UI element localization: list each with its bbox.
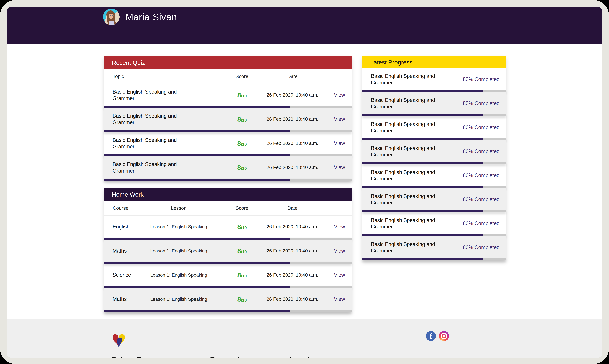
quiz-row-block: Basic English Speaking and Grammer 8/10 … bbox=[104, 108, 351, 132]
column-date: Date bbox=[261, 74, 324, 79]
column-lesson: Lesson bbox=[146, 205, 211, 211]
view-link[interactable]: View bbox=[334, 140, 345, 146]
column-score: Score bbox=[228, 205, 256, 211]
quiz-date: 26 Feb 2020, 10:40 a.m. bbox=[261, 165, 324, 170]
progress-bar bbox=[362, 234, 506, 236]
instagram-icon[interactable] bbox=[439, 331, 449, 341]
progress-status: 80% Completed bbox=[463, 124, 500, 130]
instagram-lens bbox=[443, 335, 445, 337]
progress-course-name: Basic English Speaking and Grammer bbox=[371, 241, 440, 254]
progress-item-block: Basic English Speaking and Grammer 80% C… bbox=[362, 212, 506, 236]
list-item: Basic English Speaking and Grammer 80% C… bbox=[362, 212, 506, 234]
quiz-row-block: Basic English Speaking and Grammer 8/10 … bbox=[104, 84, 351, 108]
footer: f Future Envision Connect Legal bbox=[7, 319, 602, 358]
recent-quiz-column-headers: Topic Score Date bbox=[104, 69, 351, 84]
list-item: Basic English Speaking and Grammer 80% C… bbox=[362, 164, 506, 186]
list-item: Basic English Speaking and Grammer 80% C… bbox=[362, 92, 506, 115]
progress-item-block: Basic English Speaking and Grammer 80% C… bbox=[362, 68, 506, 92]
progress-bar bbox=[362, 162, 506, 164]
view-link[interactable]: View bbox=[334, 92, 345, 98]
homework-row-block: Science Leason 1: English Speaking 8/10 … bbox=[104, 264, 351, 288]
progress-status: 80% Completed bbox=[463, 100, 500, 106]
footer-heading-connect: Connect bbox=[210, 355, 240, 358]
homework-progress-bar bbox=[104, 286, 351, 288]
homework-column-headers: Course Lesson Score Date bbox=[104, 201, 351, 216]
view-link[interactable]: View bbox=[334, 224, 345, 230]
quiz-topic: Basic English Speaking and Grammer bbox=[113, 89, 184, 102]
facebook-icon[interactable]: f bbox=[426, 331, 436, 341]
table-row: Basic English Speaking and Grammer 8/10 … bbox=[104, 132, 351, 154]
column-course: Course bbox=[113, 205, 129, 211]
homework-course: Science bbox=[113, 272, 131, 278]
list-item: Basic English Speaking and Grammer 80% C… bbox=[362, 68, 506, 91]
homework-row-block: English Leason 1: English Speaking 8/10 … bbox=[104, 216, 351, 240]
avatar-image bbox=[103, 9, 120, 25]
view-link[interactable]: View bbox=[334, 296, 345, 302]
progress-status: 80% Completed bbox=[463, 220, 500, 226]
progress-status: 80% Completed bbox=[463, 148, 500, 154]
recent-quiz-panel: Recent Quiz Topic Score Date Basic Engli… bbox=[104, 56, 351, 181]
latest-progress-inner: Latest Progress Basic English Speaking a… bbox=[362, 56, 506, 260]
progress-fill bbox=[362, 210, 483, 212]
progress-item-block: Basic English Speaking and Grammer 80% C… bbox=[362, 140, 506, 164]
progress-item-block: Basic English Speaking and Grammer 80% C… bbox=[362, 164, 506, 188]
progress-course-name: Basic English Speaking and Grammer bbox=[371, 193, 440, 206]
quiz-row-block: Basic English Speaking and Grammer 8/10 … bbox=[104, 156, 351, 181]
homework-score: 8/10 bbox=[228, 271, 256, 279]
progress-course-name: Basic English Speaking and Grammer bbox=[371, 97, 440, 110]
view-link[interactable]: View bbox=[334, 272, 345, 278]
homework-row-block: Maths Leason 1: English Speaking 8/10 26… bbox=[104, 288, 351, 312]
column-topic: Topic bbox=[113, 74, 124, 79]
homework-course: English bbox=[113, 224, 130, 230]
homework-lesson: Leason 1: English Speaking bbox=[146, 224, 211, 229]
progress-bar bbox=[362, 115, 506, 116]
quiz-topic: Basic English Speaking and Grammer bbox=[113, 161, 184, 174]
progress-fill bbox=[362, 259, 483, 260]
homework-progress-fill bbox=[104, 238, 290, 240]
quiz-progress-fill bbox=[104, 106, 290, 108]
list-item: Basic English Speaking and Grammer 80% C… bbox=[362, 236, 506, 259]
homework-date: 26 Feb 2020, 10:40 a.m. bbox=[261, 224, 324, 229]
progress-bar bbox=[362, 210, 506, 212]
quiz-progress-bar bbox=[104, 154, 351, 156]
progress-course-name: Basic English Speaking and Grammer bbox=[371, 217, 440, 230]
homework-course: Maths bbox=[113, 248, 127, 254]
progress-status: 80% Completed bbox=[463, 244, 500, 250]
social-links: f bbox=[426, 331, 449, 341]
quiz-row-block: Basic English Speaking and Grammer 8/10 … bbox=[104, 132, 351, 156]
homework-course: Maths bbox=[113, 296, 127, 302]
progress-course-name: Basic English Speaking and Grammer bbox=[371, 145, 440, 158]
progress-course-name: Basic English Speaking and Grammer bbox=[371, 73, 440, 86]
table-row: English Leason 1: English Speaking 8/10 … bbox=[104, 216, 351, 238]
latest-progress-title: Latest Progress bbox=[362, 56, 506, 68]
left-column: Recent Quiz Topic Score Date Basic Engli… bbox=[104, 56, 351, 312]
progress-fill bbox=[362, 138, 483, 140]
progress-fill bbox=[362, 234, 483, 236]
progress-bar bbox=[362, 186, 506, 188]
progress-course-name: Basic English Speaking and Grammer bbox=[371, 169, 440, 182]
brand-heart-logo bbox=[112, 333, 126, 348]
footer-heading-legal: Legal bbox=[290, 355, 309, 358]
progress-item-block: Basic English Speaking and Grammer 80% C… bbox=[362, 188, 506, 212]
quiz-topic: Basic English Speaking and Grammer bbox=[113, 113, 184, 126]
footer-heading-brand: Future Envision bbox=[111, 355, 168, 358]
homework-lesson: Leason 1: English Speaking bbox=[146, 297, 211, 302]
progress-bar bbox=[362, 138, 506, 140]
table-row: Maths Leason 1: English Speaking 8/10 26… bbox=[104, 240, 351, 262]
quiz-date: 26 Feb 2020, 10:40 a.m. bbox=[261, 92, 324, 98]
table-row: Basic English Speaking and Grammer 8/10 … bbox=[104, 108, 351, 130]
avatar[interactable] bbox=[103, 9, 120, 25]
homework-lesson: Leason 1: English Speaking bbox=[146, 273, 211, 278]
quiz-date: 26 Feb 2020, 10:40 a.m. bbox=[261, 141, 324, 146]
view-link[interactable]: View bbox=[334, 116, 345, 122]
view-link[interactable]: View bbox=[334, 248, 345, 254]
view-link[interactable]: View bbox=[334, 164, 345, 170]
quiz-progress-bar bbox=[104, 179, 351, 181]
column-date: Date bbox=[261, 205, 324, 211]
recent-quiz-title: Recent Quiz bbox=[104, 56, 351, 69]
homework-progress-fill bbox=[104, 262, 290, 264]
homework-lesson: Leason 1: English Speaking bbox=[146, 248, 211, 254]
homework-date: 26 Feb 2020, 10:40 a.m. bbox=[261, 248, 324, 254]
quiz-score: 8/10 bbox=[228, 140, 256, 147]
quiz-topic: Basic English Speaking and Grammer bbox=[113, 137, 184, 150]
